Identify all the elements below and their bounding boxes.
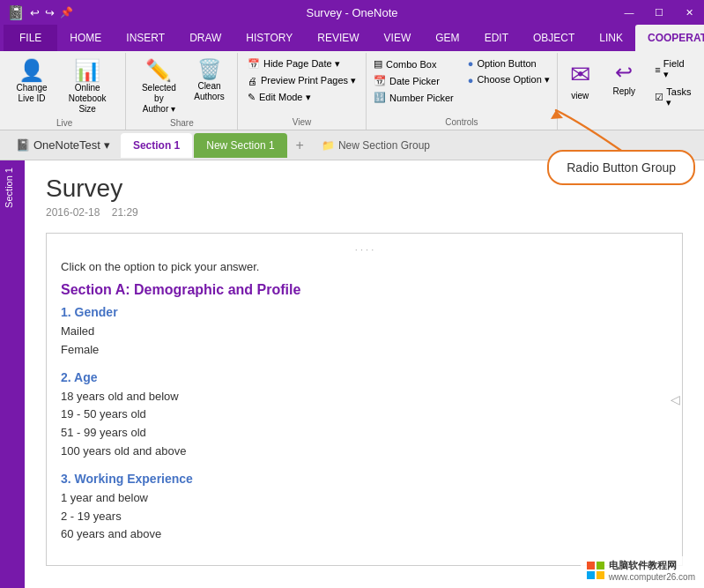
title-bar-left: 📓 ↩ ↪ 📌 bbox=[7, 4, 73, 21]
date-picker-button[interactable]: 📆 Date Picker bbox=[368, 73, 459, 88]
q3-option-1[interactable]: 2 - 19 years bbox=[61, 508, 668, 526]
change-live-id-button[interactable]: 👤 ChangeLive ID bbox=[11, 56, 53, 108]
hide-page-date-button[interactable]: 📅 Hide Page Date ▾ bbox=[242, 56, 361, 71]
date-picker-label: Date Picker bbox=[389, 76, 440, 86]
tab-home[interactable]: HOME bbox=[57, 25, 114, 51]
scroll-hint: ◁ bbox=[671, 392, 680, 406]
preview-print-pages-button[interactable]: 🖨 Preview Print Pages ▾ bbox=[242, 73, 361, 88]
tab-new-section1[interactable]: New Section 1 bbox=[194, 133, 286, 158]
q3-option-0[interactable]: 1 year and below bbox=[61, 489, 668, 508]
notebook-icon: 📓 bbox=[16, 138, 30, 152]
tab-cooperation[interactable]: COOPERATION bbox=[635, 25, 704, 51]
q2-option-1[interactable]: 19 - 50 years old bbox=[61, 406, 668, 424]
field-tasks-col: ≡ Field ▾ ☑ Tasks ▾ bbox=[649, 56, 697, 110]
tasks-icon: ☑ bbox=[655, 92, 663, 103]
choose-icon: ● bbox=[468, 75, 474, 86]
notebook-name[interactable]: 📓 OneNoteTest ▾ bbox=[7, 135, 119, 155]
page-content: Survey 2016-02-18 21:29 · · · · ◁ Click … bbox=[25, 160, 704, 588]
envelope-button[interactable]: ✉ view bbox=[561, 56, 598, 104]
option-button-label: Option Button bbox=[477, 58, 536, 69]
edit-icon: ✎ bbox=[248, 92, 256, 103]
title-bar-controls: — ☐ ✕ bbox=[614, 0, 704, 25]
tab-edit[interactable]: EDIT bbox=[472, 25, 521, 51]
number-icon: 🔢 bbox=[374, 92, 386, 103]
live-group-content: 👤 ChangeLive ID 📊 OnlineNotebook Size bbox=[11, 56, 118, 118]
tab-history[interactable]: HISTORY bbox=[233, 25, 305, 51]
tab-gem[interactable]: GEM bbox=[423, 25, 471, 51]
tab-new-section-group[interactable]: 📁 New Section Group bbox=[313, 139, 439, 152]
tab-view[interactable]: VIEW bbox=[372, 25, 424, 51]
controls-group-label: Controls bbox=[374, 117, 551, 130]
selected-by-author-label: Selected byAuthor ▾ bbox=[138, 83, 179, 115]
section-nav-item[interactable]: Section 1 bbox=[0, 160, 25, 215]
quick-access-redo[interactable]: ↪ bbox=[45, 6, 55, 19]
watermark-text: 电脑软件教程网 bbox=[609, 559, 695, 572]
q3-label: 3. Working Experience bbox=[61, 472, 668, 486]
clean-authors-button[interactable]: 🗑️ CleanAuthors bbox=[188, 56, 230, 106]
folder-icon: 📁 bbox=[322, 139, 335, 152]
callout-label: Radio Button Group bbox=[567, 160, 676, 175]
combo-icon: ▤ bbox=[374, 58, 382, 70]
field-icon: ≡ bbox=[655, 64, 660, 75]
page-date: 2016-02-18 21:29 bbox=[46, 206, 683, 219]
question-2: 2. Age 18 years old and below 19 - 50 ye… bbox=[61, 370, 668, 461]
calendar-icon: 📅 bbox=[248, 58, 260, 70]
intro-text: Click on the option to pick your answer. bbox=[61, 260, 668, 273]
notebook-name-label: OneNoteTest bbox=[33, 138, 100, 152]
callout-container: Radio Button Group bbox=[547, 106, 695, 185]
q1-option-0[interactable]: Mailed bbox=[61, 323, 668, 341]
view-label: view bbox=[571, 91, 589, 100]
page-inner-content: · · · · ◁ Click on the option to pick yo… bbox=[46, 233, 683, 566]
watermark: 电脑软件教程网 www.computer26.com bbox=[581, 556, 700, 584]
tab-insert[interactable]: INSERT bbox=[114, 25, 177, 51]
quick-access-pin[interactable]: 📌 bbox=[60, 6, 73, 19]
close-button[interactable]: ✕ bbox=[674, 0, 704, 25]
q2-option-2[interactable]: 51 - 99 years old bbox=[61, 424, 668, 443]
ribbon-tabs: FILE HOME INSERT DRAW HISTORY REVIEW VIE… bbox=[0, 25, 704, 51]
combo-box-button[interactable]: ▤ Combo Box bbox=[368, 56, 459, 71]
q2-option-3[interactable]: 100 years old and above bbox=[61, 443, 668, 461]
q3-option-2[interactable]: 60 years and above bbox=[61, 525, 668, 544]
combo-box-label: Combo Box bbox=[386, 59, 436, 70]
choose-option-button[interactable]: ● Choose Option ▾ bbox=[463, 72, 555, 87]
q2-option-0[interactable]: 18 years old and below bbox=[61, 388, 668, 406]
scroll-indicator: · · · · bbox=[61, 244, 668, 255]
radio-icon: ● bbox=[468, 58, 474, 69]
person-icon: 👤 bbox=[19, 60, 45, 81]
number-picker-button[interactable]: 🔢 Number Picker bbox=[368, 90, 459, 105]
reply-button[interactable]: ↩ Reply bbox=[605, 56, 642, 100]
option-button-btn[interactable]: ● Option Button bbox=[463, 56, 555, 71]
windows-logo-icon bbox=[586, 561, 605, 580]
tab-section1[interactable]: Section 1 bbox=[121, 133, 192, 158]
tab-review[interactable]: REVIEW bbox=[305, 25, 371, 51]
edit-mode-button[interactable]: ✎ Edit Mode ▾ bbox=[242, 90, 361, 105]
change-live-id-label: ChangeLive ID bbox=[16, 83, 47, 104]
tab-draw[interactable]: DRAW bbox=[177, 25, 233, 51]
print-icon: 🖨 bbox=[248, 76, 257, 86]
view-group-label: View bbox=[245, 117, 358, 130]
reply-icon: ↩ bbox=[615, 60, 633, 85]
quick-access-undo[interactable]: ↩ bbox=[30, 6, 40, 19]
selected-by-author-button[interactable]: ✏️ Selected byAuthor ▾ bbox=[133, 56, 184, 118]
question-1: 1. Gender Mailed Female bbox=[61, 305, 668, 360]
number-picker-label: Number Picker bbox=[389, 93, 454, 103]
svg-rect-2 bbox=[597, 562, 604, 569]
maximize-button[interactable]: ☐ bbox=[644, 0, 674, 25]
field-button[interactable]: ≡ Field ▾ bbox=[649, 56, 697, 82]
hide-page-date-label: Hide Page Date ▾ bbox=[263, 58, 340, 70]
add-section-button[interactable]: + bbox=[289, 133, 311, 158]
q1-option-1[interactable]: Female bbox=[61, 341, 668, 360]
tab-link[interactable]: LINK bbox=[587, 25, 635, 51]
field-label: Field ▾ bbox=[663, 58, 692, 80]
minimize-button[interactable]: — bbox=[614, 0, 644, 25]
view-col: 📅 Hide Page Date ▾ 🖨 Preview Print Pages… bbox=[242, 56, 361, 105]
tab-object[interactable]: OBJECT bbox=[521, 25, 587, 51]
edit-mode-label: Edit Mode ▾ bbox=[259, 92, 311, 103]
notebook-dropdown-icon: ▾ bbox=[104, 138, 110, 152]
tab-file[interactable]: FILE bbox=[4, 25, 57, 51]
q1-label: 1. Gender bbox=[61, 305, 668, 319]
online-notebook-size-button[interactable]: 📊 OnlineNotebook Size bbox=[56, 56, 118, 118]
ribbon-group-live: 👤 ChangeLive ID 📊 OnlineNotebook Size Li… bbox=[4, 53, 126, 130]
section-group-label: New Section Group bbox=[338, 139, 430, 152]
share-group-content: ✏️ Selected byAuthor ▾ 🗑️ CleanAuthors bbox=[133, 56, 230, 118]
